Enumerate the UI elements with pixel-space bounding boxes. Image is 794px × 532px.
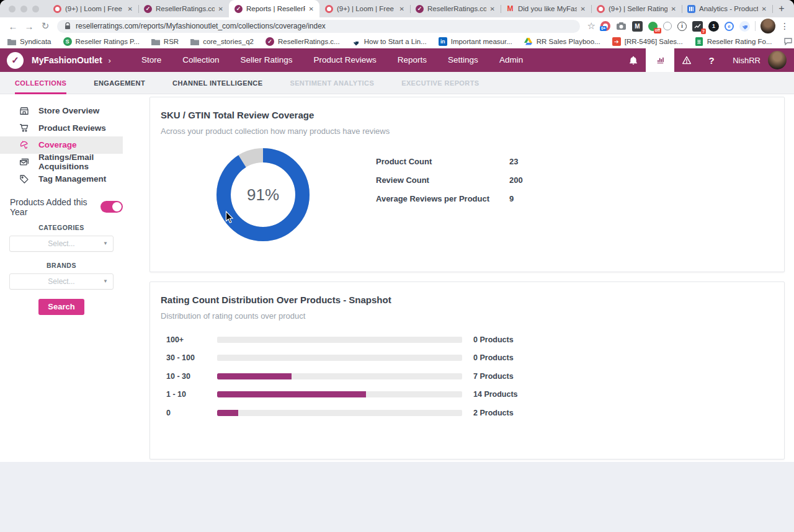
sidebar-item-coverage[interactable]: Coverage: [0, 136, 123, 154]
tab-engagement[interactable]: ENGAGEMENT: [94, 72, 145, 94]
tab-collections[interactable]: COLLECTIONS: [15, 72, 66, 94]
m-extension-icon[interactable]: M: [632, 21, 643, 32]
blocker-extension-icon[interactable]: off: [648, 22, 658, 31]
sidebar-item-ratings-email-acquisitions[interactable]: Ratings/Email Acquisitions: [0, 154, 123, 171]
tab-executive-reports[interactable]: EXECUTIVE REPORTS: [401, 72, 479, 94]
distribution-bar-chart: 100+ 0 Products 30 - 100 0 Products 10 -…: [166, 330, 518, 422]
minimize-window-button[interactable]: [20, 6, 27, 12]
browser-tab[interactable]: Analytics - Product Revi ✕: [682, 0, 772, 17]
coverage-card: SKU / GTIN Total Review Coverage Across …: [149, 97, 785, 272]
sidebar-item-tag-management[interactable]: Tag Management: [0, 171, 123, 188]
tab-close-icon[interactable]: ✕: [218, 6, 223, 12]
nav-seller-ratings[interactable]: Seller Ratings: [230, 48, 303, 72]
tab-label: (9+) | Seller Ratings - En: [609, 5, 667, 12]
search-button[interactable]: Search: [38, 299, 84, 315]
browser-tab[interactable]: (9+) | Loom | Free Scree ✕: [48, 0, 138, 17]
loom-icon: [325, 5, 333, 13]
bookmark-label: Reseller Ratings P...: [76, 38, 140, 45]
camera-extension-icon[interactable]: [616, 21, 627, 32]
bookmark-item[interactable]: RR Sales Playboo...: [524, 37, 600, 46]
notifications-bell-icon[interactable]: [621, 48, 646, 72]
forward-icon[interactable]: →: [21, 21, 37, 32]
folder-icon: [151, 37, 160, 46]
store-name[interactable]: MyFashionOutlet: [32, 55, 102, 65]
bar-track[interactable]: [217, 355, 462, 361]
bookmark-item[interactable]: RSR: [151, 37, 179, 46]
coverage-donut-chart[interactable]: 91%: [216, 148, 310, 241]
nav-reports[interactable]: Reports: [387, 48, 437, 72]
circle-extension-icon[interactable]: [663, 22, 672, 30]
sidebar-item-product-reviews[interactable]: Product Reviews: [0, 120, 123, 137]
browser-tab[interactable]: ResellerRatings.com ✕: [410, 0, 501, 17]
browser-tab[interactable]: Did you like MyFashion G ✕: [501, 0, 591, 17]
browser-tab[interactable]: (9+) | Loom | Free Scree ✕: [319, 0, 410, 17]
tab-close-icon[interactable]: ✕: [762, 6, 767, 12]
bookmark-item[interactable]: How to Start a Lin...: [352, 37, 427, 46]
browser-tab[interactable]: (9+) | Seller Ratings - En ✕: [591, 0, 682, 17]
info-extension-icon[interactable]: i: [677, 22, 687, 31]
card-title: SKU / GTIN Total Review Coverage: [161, 110, 784, 120]
bookmark-item[interactable]: Reseller Rating Fo...: [695, 37, 772, 46]
browser-tab-active[interactable]: Reports | ResellerRatings ✕: [229, 0, 319, 17]
reports-chart-icon[interactable]: [646, 48, 674, 72]
browser-tab[interactable]: ResellerRatings.com ✕: [138, 0, 229, 17]
address-bar[interactable]: resellerratings.com/reports/Myfashionout…: [57, 20, 580, 33]
lock-icon: [65, 22, 71, 30]
metrics-extension-icon[interactable]: ?: [692, 21, 703, 32]
nav-store[interactable]: Store: [131, 48, 172, 72]
alerts-warning-icon[interactable]: [674, 48, 699, 72]
bookmark-label: Syndicata: [20, 38, 51, 45]
bookmark-item[interactable]: S Reseller Ratings P...: [63, 37, 140, 46]
c-extension-icon[interactable]: e: [725, 22, 734, 31]
nav-product-reviews[interactable]: Product Reviews: [303, 48, 387, 72]
tab-close-icon[interactable]: ✕: [128, 6, 133, 12]
browser-menu-icon[interactable]: ⋮: [780, 21, 789, 31]
bookmark-item[interactable]: Syndicata: [7, 37, 51, 46]
cart-icon: [19, 122, 30, 133]
tab-close-icon[interactable]: ✕: [309, 6, 314, 12]
bar-track[interactable]: [217, 337, 462, 343]
chevron-right-icon[interactable]: ›: [109, 56, 111, 65]
bar-track[interactable]: [217, 391, 462, 397]
counter-extension-icon[interactable]: 1: [708, 21, 719, 32]
bookmark-item[interactable]: in Important measur...: [439, 37, 512, 46]
tab-sentiment-analytics[interactable]: SENTIMENT ANALYTICS: [290, 72, 374, 94]
close-window-button[interactable]: [9, 6, 16, 12]
browser-profile-avatar[interactable]: [761, 19, 775, 33]
bar-track[interactable]: [217, 373, 462, 379]
tab-channel-intelligence[interactable]: CHANNEL INTELLIGENCE: [172, 72, 262, 94]
zoom-window-button[interactable]: [32, 6, 39, 12]
nav-settings[interactable]: Settings: [437, 48, 489, 72]
products-added-toggle[interactable]: [100, 201, 123, 213]
new-tab-button[interactable]: +: [772, 0, 791, 17]
categories-select[interactable]: Select... ▼: [9, 236, 114, 252]
tab-close-icon[interactable]: ✕: [581, 6, 586, 12]
reload-icon[interactable]: ↻: [37, 20, 53, 32]
url-text[interactable]: resellerratings.com/reports/Myfashionout…: [76, 22, 326, 30]
window-controls[interactable]: [4, 0, 48, 17]
tab-close-icon[interactable]: ✕: [490, 6, 495, 12]
nav-admin[interactable]: Admin: [489, 48, 533, 72]
loom-icon: [53, 5, 61, 13]
tab-close-icon[interactable]: ✕: [399, 6, 404, 12]
hand-pointer-extension-icon[interactable]: [739, 21, 750, 32]
help-icon[interactable]: ?: [699, 48, 724, 72]
user-name[interactable]: NishRR: [733, 56, 761, 65]
user-avatar[interactable]: [768, 51, 787, 69]
bar-category-label: 0: [166, 409, 217, 417]
bookmark-star-icon[interactable]: ☆: [587, 20, 596, 32]
sidebar-item-store-overview[interactable]: Store Overview: [0, 102, 123, 120]
stat-label: Review Count: [376, 175, 509, 185]
brands-select[interactable]: Select... ▼: [9, 273, 114, 290]
bookmark-item[interactable]: ➔ [RR-5496] Sales...: [612, 37, 683, 46]
bookmark-item[interactable]: ✓ ResellerRatings.c...: [265, 37, 340, 46]
pointer-icon: [352, 37, 360, 46]
tab-close-icon[interactable]: ✕: [671, 6, 676, 12]
bar-track[interactable]: [217, 410, 462, 416]
bookmark-item[interactable]: Introducing the N...: [783, 37, 794, 46]
resellerratings-logo[interactable]: ✓: [7, 52, 24, 69]
loom-extension-icon[interactable]: 0+: [600, 21, 610, 31]
nav-collection[interactable]: Collection: [172, 48, 230, 72]
bookmark-item[interactable]: core_stories_q2: [190, 37, 254, 46]
back-icon[interactable]: ←: [5, 21, 21, 32]
